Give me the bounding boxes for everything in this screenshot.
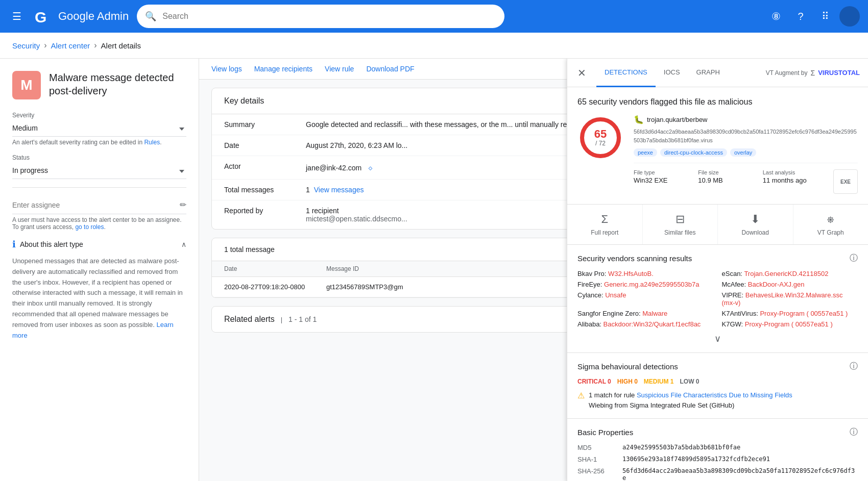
- scan-item-8: Alibaba: Backdoor:Win32/Qukart.f1ecf8ac: [577, 320, 714, 328]
- sigma-badge-critical: CRITICAL 0: [577, 378, 611, 385]
- vt-action-vt-graph[interactable]: ⎈ VT Graph: [793, 205, 869, 244]
- vt-last-analysis: Last analysis 11 months ago: [763, 169, 827, 194]
- menu-icon[interactable]: ☰: [8, 6, 26, 27]
- vt-header: ✕ DETECTIONS IOCS GRAPH VT Augment by Σ …: [567, 59, 868, 87]
- breadcrumb-sep-1: ›: [44, 41, 46, 50]
- support-icon[interactable]: ⑧: [766, 6, 786, 27]
- vt-tag-2[interactable]: overlay: [730, 148, 756, 157]
- sigma-match-text: 1 match for rule Suspicious File Charact…: [589, 390, 792, 410]
- edit-icon[interactable]: ✏: [180, 200, 186, 210]
- view-messages-link[interactable]: View messages: [314, 186, 364, 194]
- malware-icon: 🐛: [634, 115, 644, 124]
- divider-1: [12, 187, 186, 188]
- vt-graph-icon: ⎈: [827, 213, 834, 226]
- full-report-label: Full report: [591, 229, 618, 236]
- google-logo: G: [34, 6, 54, 27]
- help-icon[interactable]: ?: [790, 6, 811, 27]
- vt-score-title: 65 security vendors flagged this file as…: [577, 97, 858, 107]
- about-header[interactable]: ℹ About this alert type ∧: [12, 239, 186, 250]
- search-bar[interactable]: 🔍: [137, 5, 504, 28]
- severity-section: Severity Medium High Low An alert's defa…: [12, 112, 186, 146]
- vt-action-full-report[interactable]: Σ Full report: [567, 205, 643, 244]
- app-name: Google Admin: [58, 10, 129, 23]
- vt-augment: VT Augment by Σ VIRUSTOTAL: [766, 69, 860, 77]
- sha1-value: 130695e293a18f74899d5895a1732fcdfb2ece91: [622, 455, 858, 463]
- vt-scan-section: Security vendors scanning results ⓘ Bkav…: [567, 245, 868, 353]
- vt-action-similar-files[interactable]: ⊟ Similar files: [643, 205, 718, 244]
- sigma-badge-low: LOW 0: [680, 378, 699, 385]
- tab-detections[interactable]: DETECTIONS: [596, 59, 656, 87]
- basic-props-header: Basic Properties ⓘ: [577, 427, 858, 438]
- scan-item-2: FireEye: Generic.mg.a249e25995503b7a: [577, 281, 714, 288]
- row-date: 2020-08-27T09:18:20-0800: [224, 283, 326, 291]
- md5-label: MD5: [577, 444, 618, 451]
- about-info-icon: ℹ: [12, 239, 16, 250]
- about-header-left: ℹ About this alert type: [12, 239, 83, 250]
- vt-file-thumbnail: EXE: [833, 169, 858, 194]
- vt-augment-label: VT Augment by: [766, 69, 808, 77]
- severity-rules-link[interactable]: Rules: [144, 139, 160, 146]
- sigma-match-link[interactable]: Suspicious File Characteristics Due to M…: [637, 391, 792, 399]
- vt-basic-props-section: Basic Properties ⓘ MD5 a249e25995503b7a5…: [567, 419, 868, 481]
- related-alerts-title: Related alerts: [224, 315, 275, 324]
- vt-action-download[interactable]: ⬇ Download: [718, 205, 793, 244]
- tab-graph[interactable]: GRAPH: [688, 59, 728, 87]
- status-section: Status In progress Not started Closed: [12, 154, 186, 179]
- main-layout: M Malware message detected post-delivery…: [0, 59, 868, 481]
- vt-panel: ✕ DETECTIONS IOCS GRAPH VT Augment by Σ …: [567, 59, 868, 481]
- severity-select[interactable]: Medium High Low: [12, 121, 186, 137]
- breadcrumb: Security › Alert center › Alert details: [0, 33, 868, 59]
- sigma-title: Sigma behavioural detections: [577, 362, 678, 371]
- breadcrumb-sep-2: ›: [94, 41, 97, 50]
- expand-scan-icon[interactable]: ∨: [577, 333, 858, 344]
- basic-props-info-icon[interactable]: ⓘ: [850, 427, 858, 438]
- actor-label: Actor: [224, 162, 306, 173]
- sigma-badge-high: HIGH 0: [617, 378, 638, 385]
- sha1-label: SHA-1: [577, 455, 618, 463]
- md5-value: a249e25995503b7a5bdab3b681bf0fae: [622, 444, 858, 451]
- vt-close-button[interactable]: ✕: [575, 65, 588, 81]
- vt-tag-1[interactable]: direct-cpu-clock-access: [660, 148, 727, 157]
- scan-results-grid: Bkav Pro: W32.HfsAutoB. eScan: Trojan.Ge…: [577, 270, 858, 328]
- sigma-badges: CRITICAL 0 HIGH 0 MEDIUM 1 LOW 0: [577, 378, 858, 385]
- header-right: ⑧ ? ⠿: [766, 6, 860, 27]
- user-avatar[interactable]: [839, 6, 860, 27]
- scan-info-icon[interactable]: ⓘ: [850, 253, 858, 264]
- vt-file-size: File size 10.9 MB: [698, 169, 762, 194]
- status-label: Status: [12, 154, 186, 161]
- vt-file-info: 🐛 trojan.qukart/berbew 56fd3d6d4acc2a9ba…: [634, 115, 858, 194]
- about-title: About this alert type: [20, 240, 83, 248]
- total-messages-label: Total messages: [224, 186, 306, 194]
- col-date: Date: [224, 265, 326, 272]
- sha256-label: SHA-256: [577, 467, 618, 481]
- vt-tags: peexe direct-cpu-clock-access overlay: [634, 148, 858, 157]
- view-logs-link[interactable]: View logs: [211, 65, 242, 73]
- vt-score-denom: / 72: [594, 140, 607, 147]
- assignee-hint: A user must have access to the alert cen…: [12, 216, 186, 231]
- sigma-info-icon[interactable]: ⓘ: [850, 361, 858, 372]
- scan-item-3: McAfee: BackDoor-AXJ.gen: [722, 281, 858, 288]
- manage-recipients-link[interactable]: Manage recipients: [254, 65, 312, 73]
- right-panel: View logs Manage recipients View rule Do…: [199, 59, 868, 481]
- go-to-roles-link[interactable]: go to roles: [75, 223, 104, 231]
- related-alerts-count: 1 - 1 of 1: [288, 315, 317, 323]
- apps-icon[interactable]: ⠿: [815, 6, 835, 27]
- vt-tag-0[interactable]: peexe: [634, 148, 657, 157]
- breadcrumb-security[interactable]: Security: [12, 41, 40, 50]
- assignee-row: ✏: [12, 196, 186, 214]
- download-pdf-link[interactable]: Download PDF: [366, 65, 414, 73]
- search-input[interactable]: [162, 12, 496, 21]
- actor-external-icon[interactable]: ⬦: [368, 162, 373, 172]
- breadcrumb-alert-center[interactable]: Alert center: [51, 41, 90, 50]
- status-select[interactable]: In progress Not started Closed: [12, 163, 186, 179]
- vt-graph-label: VT Graph: [817, 229, 844, 236]
- view-rule-link[interactable]: View rule: [325, 65, 354, 73]
- scan-item-1: eScan: Trojan.GenericKD.42118502: [722, 270, 858, 277]
- vt-tabs: DETECTIONS IOCS GRAPH: [596, 59, 758, 87]
- scan-item-0: Bkav Pro: W32.HfsAutoB.: [577, 270, 714, 277]
- tab-iocs[interactable]: IOCS: [656, 59, 688, 87]
- status-select-wrapper: In progress Not started Closed: [12, 163, 186, 179]
- assignee-input[interactable]: [12, 201, 180, 209]
- about-expand-icon: ∧: [181, 240, 186, 248]
- sigma-warning-icon: ⚠: [577, 391, 585, 400]
